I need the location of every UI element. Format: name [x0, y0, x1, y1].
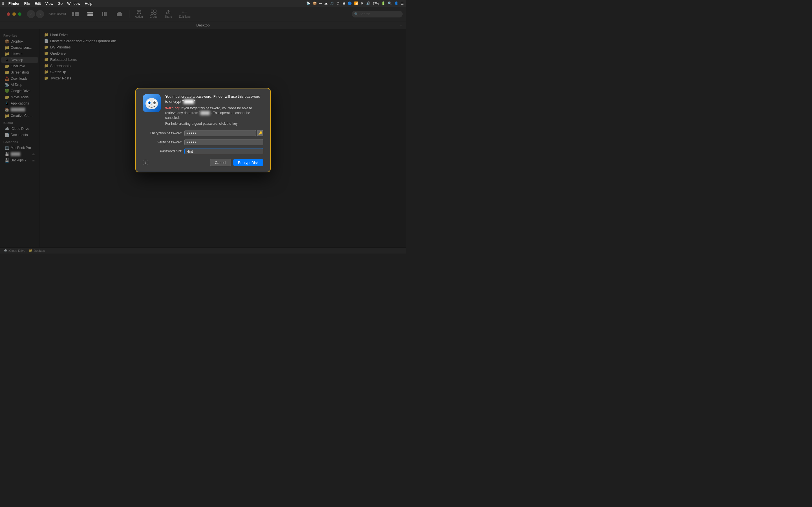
- dots-icon: ···: [319, 1, 322, 5]
- menubar:  Finder File Edit View Go Window Help 📡…: [0, 0, 406, 7]
- flag-icon: 🏳: [361, 1, 364, 5]
- dialog-header: You must create a password. Finder will …: [143, 94, 263, 126]
- apple-menu[interactable]: : [2, 1, 4, 6]
- finder-app-icon: [143, 94, 161, 112]
- verify-password-row: Verify password:: [143, 139, 263, 145]
- menu-window[interactable]: Window: [67, 1, 80, 6]
- encryption-password-input[interactable]: [185, 130, 256, 136]
- enc-password-wrap: 🔑: [185, 130, 263, 136]
- encrypt-disk-button[interactable]: Encrypt Disk: [233, 159, 263, 166]
- encryption-password-row: Encryption password: 🔑: [143, 130, 263, 136]
- enc-password-label: Encryption password:: [143, 131, 182, 135]
- menu-finder[interactable]: Finder: [8, 1, 20, 6]
- wifi-icon: 📶: [354, 1, 358, 5]
- bluetooth-icon: 🔵: [348, 1, 352, 5]
- verify-label: Verify password:: [143, 140, 182, 144]
- menu-file[interactable]: File: [24, 1, 30, 6]
- password-hint-row: Password hint:: [143, 148, 263, 154]
- dialog-actions: Cancel Encrypt Disk: [210, 159, 263, 166]
- svg-point-28: [149, 102, 150, 104]
- verify-password-wrap: [185, 139, 263, 145]
- search-icon[interactable]: 🔍: [388, 1, 392, 5]
- list-icon[interactable]: ☰: [401, 1, 404, 5]
- upload-icon: ☁: [324, 1, 327, 5]
- media-icon: 🎵: [330, 1, 334, 5]
- dialog-title: You must create a password. Finder will …: [165, 94, 263, 104]
- encrypt-dialog: You must create a password. Finder will …: [135, 88, 271, 173]
- battery-icon: 🔋: [381, 1, 386, 5]
- dialog-warning: Warning: If you forget this password, yo…: [165, 106, 263, 120]
- volume-icon: 🔊: [366, 1, 370, 5]
- key-button[interactable]: 🔑: [257, 130, 263, 136]
- finder-face-svg: [143, 94, 161, 112]
- dialog-text-area: You must create a password. Finder will …: [165, 94, 263, 126]
- modal-overlay: You must create a password. Finder will …: [0, 7, 406, 253]
- cancel-button[interactable]: Cancel: [210, 159, 231, 166]
- menu-edit[interactable]: Edit: [35, 1, 41, 6]
- network-icon: 📡: [306, 1, 310, 5]
- battery-label: 77%: [373, 2, 379, 5]
- help-button[interactable]: ?: [143, 160, 148, 165]
- menu-go[interactable]: Go: [58, 1, 63, 6]
- menu-help[interactable]: Help: [85, 1, 92, 6]
- hint-wrap: [185, 148, 263, 154]
- verify-password-input[interactable]: [185, 139, 263, 145]
- menubar-right: 📡 📦 ··· ☁ 🎵 ⏱ 🖥 🔵 📶 🏳 🔊 77% 🔋 🔍 👤 ☰: [306, 1, 404, 5]
- dialog-footer: ? Cancel Encrypt Disk: [143, 159, 263, 166]
- user-avatar[interactable]: 👤: [394, 1, 398, 5]
- dropbox-icon: 📦: [313, 1, 317, 5]
- menu-view[interactable]: View: [45, 1, 53, 6]
- menubar-left:  Finder File Edit View Go Window Help: [2, 1, 92, 6]
- hint-label: Password hint:: [143, 149, 182, 153]
- dialog-hint: For help creating a good password, click…: [165, 122, 263, 126]
- password-hint-input[interactable]: [185, 148, 263, 154]
- warning-label: Warning:: [165, 106, 180, 110]
- svg-point-27: [153, 101, 156, 104]
- timemachine-icon: ⏱: [336, 1, 340, 5]
- display-icon: 🖥: [342, 1, 345, 5]
